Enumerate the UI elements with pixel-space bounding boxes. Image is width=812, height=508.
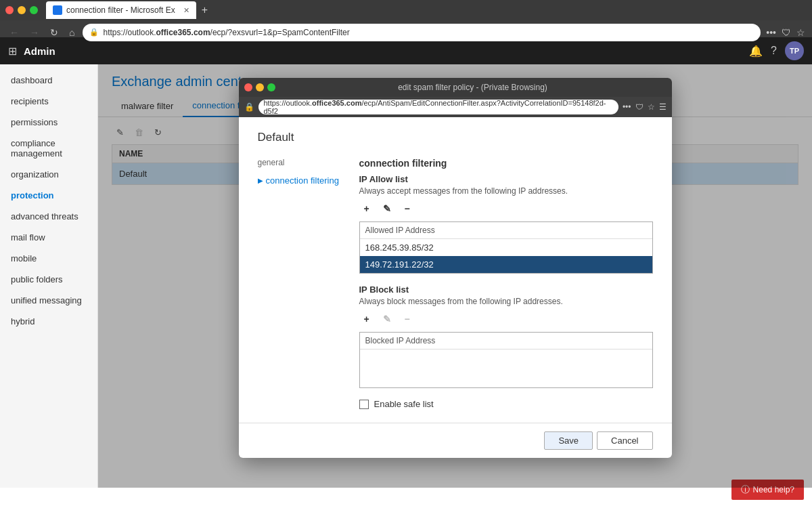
active-tab[interactable]: connection filter - Microsoft Ex ✕ (46, 1, 196, 19)
back-button[interactable]: ← (7, 26, 22, 39)
sidebar-item-compliance[interactable]: compliance management (0, 133, 97, 164)
grid-icon[interactable]: ⊞ (8, 45, 17, 58)
ip-block-label: IP Block list (359, 284, 653, 295)
home-button[interactable]: ⌂ (66, 26, 77, 39)
modal-sidebar-item-label: connection filtering (266, 175, 339, 186)
ip-allow-list-header: Allowed IP Address (360, 222, 652, 239)
tab-title: connection filter - Microsoft Ex (66, 5, 175, 15)
inner-address-bar[interactable]: https://outlook.office365.com/ecp/AntiSp… (258, 100, 618, 114)
ip-allow-item-1[interactable]: 168.245.39.85/32 (360, 239, 652, 256)
cancel-button[interactable]: Cancel (597, 431, 652, 450)
ip-block-desc: Always block messages from the following… (359, 297, 653, 306)
help-icon[interactable]: ? (771, 45, 777, 57)
modal-sidebar-section-label: general (258, 158, 346, 167)
lock-icon: 🔒 (89, 28, 99, 37)
modal-content-area: Default general ▶ connection filtering (239, 117, 672, 423)
content-area: Exchange admin center malware filter con… (98, 64, 812, 488)
inner-url-display: https://outlook.office365.com/ecp/AntiSp… (264, 99, 613, 115)
close-button[interactable] (5, 6, 14, 14)
nav-bar: ← → ↻ ⌂ 🔒 https://outlook.office365.com/… (0, 20, 812, 44)
ip-block-empty-area (360, 350, 652, 387)
shield-icon: 🛡 (782, 27, 791, 38)
admin-bar: ⊞ Admin 🔔 ? TP (0, 37, 812, 64)
arrow-icon: ▶ (258, 177, 263, 184)
sidebar-item-permissions[interactable]: permissions (0, 112, 97, 133)
more-options-icon[interactable]: ••• (766, 27, 776, 38)
sidebar-item-unified-messaging[interactable]: unified messaging (0, 290, 97, 311)
inner-shield-icon: 🛡 (635, 102, 644, 112)
address-bar[interactable]: 🔒 https://outlook.office365.com/ecp/?exs… (83, 24, 761, 41)
user-avatar[interactable]: TP (785, 41, 804, 60)
ip-block-list: Blocked IP Address (359, 332, 653, 388)
maximize-button[interactable] (30, 6, 38, 14)
ip-block-edit-button[interactable]: ✎ (380, 312, 394, 326)
admin-title: Admin (24, 45, 55, 57)
tab-close-icon[interactable]: ✕ (183, 6, 189, 15)
minimize-button[interactable] (18, 6, 26, 14)
browser-chrome: connection filter - Microsoft Ex ✕ + ← →… (0, 0, 812, 37)
inner-close-btn[interactable] (244, 83, 252, 91)
ip-allow-toolbar: + ✎ − (359, 201, 653, 216)
sidebar-item-advanced-threats[interactable]: advanced threats (0, 206, 97, 227)
admin-bar-right: 🔔 ? TP (749, 41, 804, 60)
modal-body: general ▶ connection filtering connectio… (258, 158, 653, 409)
sidebar-item-mail-flow[interactable]: mail flow (0, 227, 97, 248)
inner-menu-icon[interactable]: ☰ (659, 102, 667, 112)
safe-list-label: Enable safe list (374, 399, 434, 409)
sidebar: dashboard recipients permissions complia… (0, 64, 98, 488)
sidebar-item-dashboard[interactable]: dashboard (0, 70, 97, 91)
inner-tab-title: edit spam filter policy - (Private Brows… (279, 83, 667, 92)
inner-maximize-btn[interactable] (267, 83, 275, 91)
sidebar-item-organization[interactable]: organization (0, 164, 97, 185)
main-layout: dashboard recipients permissions complia… (0, 64, 812, 488)
ip-block-toolbar: + ✎ − (359, 312, 653, 326)
url-display: https://outlook.office365.com/ecp/?exsvu… (103, 28, 349, 37)
new-tab-button[interactable]: + (202, 4, 208, 16)
inner-bookmark-icon[interactable]: ☆ (648, 102, 655, 112)
ip-allow-label: IP Allow list (359, 174, 653, 184)
sidebar-item-mobile[interactable]: mobile (0, 248, 97, 269)
forward-button[interactable]: → (27, 26, 42, 39)
inner-more-icon[interactable]: ••• (623, 102, 631, 112)
ip-block-remove-button[interactable]: − (400, 312, 415, 326)
tab-bar: connection filter - Microsoft Ex ✕ + (0, 0, 812, 20)
section-title: connection filtering (359, 158, 653, 169)
inner-nav-icons: ••• 🛡 ☆ ☰ (623, 102, 667, 112)
inner-minimize-btn[interactable] (256, 83, 264, 91)
sidebar-item-hybrid[interactable]: hybrid (0, 311, 97, 332)
sidebar-item-public-folders[interactable]: public folders (0, 269, 97, 290)
modal-sidebar-connection-filtering[interactable]: ▶ connection filtering (258, 173, 346, 188)
modal-main: connection filtering IP Allow list Alway… (359, 158, 653, 409)
traffic-lights (5, 6, 38, 14)
safe-list-row: Enable safe list (359, 399, 653, 409)
safe-list-checkbox[interactable] (359, 400, 369, 409)
tab-favicon (53, 5, 62, 15)
ip-allow-remove-button[interactable]: − (400, 201, 415, 216)
ip-allow-edit-button[interactable]: ✎ (380, 201, 394, 216)
modal-title: Default (258, 131, 653, 144)
modal-footer: Save Cancel (239, 423, 672, 458)
inner-nav-bar: 🔒 https://outlook.office365.com/ecp/Anti… (239, 97, 672, 117)
inner-browser-window: edit spam filter policy - (Private Brows… (239, 78, 672, 458)
ip-allow-add-button[interactable]: + (359, 201, 374, 216)
ip-allow-list: Allowed IP Address 168.245.39.85/32 149.… (359, 221, 653, 274)
bookmark-icon[interactable]: ☆ (796, 27, 805, 38)
inner-tab-bar: edit spam filter policy - (Private Brows… (239, 78, 672, 97)
ip-allow-item-2[interactable]: 149.72.191.22/32 (360, 256, 652, 273)
notification-icon[interactable]: 🔔 (749, 45, 763, 58)
ip-block-add-button[interactable]: + (359, 312, 374, 326)
nav-right-icons: ••• 🛡 ☆ (766, 27, 805, 38)
sidebar-item-recipients[interactable]: recipients (0, 91, 97, 112)
ip-block-list-header: Blocked IP Address (360, 333, 652, 350)
sidebar-item-protection[interactable]: protection (0, 185, 97, 206)
save-button[interactable]: Save (544, 431, 593, 450)
ip-allow-desc: Always accept messages from the followin… (359, 186, 653, 196)
modal-overlay: edit spam filter policy - (Private Brows… (98, 64, 812, 488)
reload-button[interactable]: ↻ (47, 26, 61, 39)
inner-lock-icon: 🔒 (244, 102, 254, 112)
modal-sidebar: general ▶ connection filtering (258, 158, 359, 409)
inner-traffic-lights (244, 83, 275, 91)
